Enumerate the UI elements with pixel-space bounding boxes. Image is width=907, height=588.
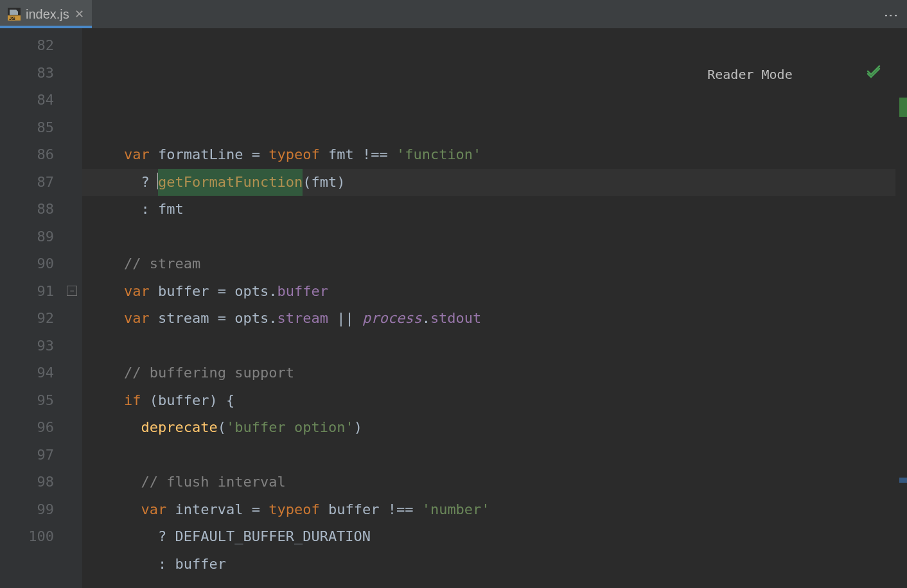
- line-number-gutter: 828384858687888990919293949596979899100: [0, 28, 62, 588]
- editor-overlay: Reader Mode: [707, 33, 881, 116]
- reader-mode-label[interactable]: Reader Mode: [707, 61, 792, 89]
- inspection-ok-icon[interactable]: [804, 33, 881, 116]
- line-number: 90: [0, 250, 62, 278]
- editor-tab[interactable]: JS index.js ✕: [0, 0, 92, 28]
- line-number: 97: [0, 442, 62, 469]
- code-line[interactable]: // flush interval: [82, 469, 907, 496]
- code-line[interactable]: : fmt: [82, 196, 907, 223]
- code-line[interactable]: : buffer: [82, 551, 907, 578]
- line-number: 100: [0, 523, 62, 551]
- line-number: 91: [0, 278, 62, 306]
- line-number: 88: [0, 196, 62, 223]
- code-line[interactable]: // stream: [82, 250, 907, 278]
- scrollbar[interactable]: [895, 28, 907, 588]
- fold-gutter: −: [62, 28, 82, 588]
- code-line[interactable]: ? getFormatFunction(fmt): [82, 169, 907, 196]
- line-number: 94: [0, 359, 62, 387]
- editor-area: 828384858687888990919293949596979899100 …: [0, 28, 907, 588]
- code-line[interactable]: deprecate('buffer option'): [82, 414, 907, 442]
- code-line[interactable]: var interval = typeof buffer !== 'number…: [82, 496, 907, 524]
- svg-text:JS: JS: [9, 15, 15, 21]
- tab-filename: index.js: [26, 7, 69, 22]
- line-number: 87: [0, 169, 62, 196]
- line-number: 85: [0, 114, 62, 142]
- code-line[interactable]: [82, 223, 907, 251]
- fold-icon[interactable]: −: [67, 286, 77, 296]
- line-number: 82: [0, 32, 62, 60]
- line-number: 98: [0, 469, 62, 496]
- js-file-icon: JS: [8, 8, 21, 21]
- code-line[interactable]: var stream = opts.stream || process.stdo…: [82, 305, 907, 333]
- code-line[interactable]: [82, 442, 907, 469]
- line-number: 93: [0, 333, 62, 360]
- line-number: 96: [0, 414, 62, 442]
- code-line[interactable]: var formatLine = typeof fmt !== 'functio…: [82, 141, 907, 169]
- line-number: 99: [0, 496, 62, 524]
- scroll-marker: [899, 478, 907, 483]
- code-line[interactable]: [82, 333, 907, 360]
- line-number: 89: [0, 223, 62, 251]
- code-line[interactable]: var buffer = opts.buffer: [82, 278, 907, 306]
- code-line[interactable]: [82, 578, 907, 588]
- scroll-marker: [899, 98, 907, 117]
- code-area[interactable]: Reader Mode var formatLine = typeof fmt …: [82, 28, 907, 588]
- line-number: 86: [0, 141, 62, 169]
- line-number: 92: [0, 305, 62, 333]
- line-number: 84: [0, 87, 62, 114]
- code-line[interactable]: ? DEFAULT_BUFFER_DURATION: [82, 523, 907, 551]
- tab-bar: JS index.js ✕ ⋮: [0, 0, 907, 28]
- line-number: 95: [0, 387, 62, 415]
- code-line[interactable]: if (buffer) {: [82, 387, 907, 415]
- close-icon[interactable]: ✕: [75, 7, 84, 21]
- code-line[interactable]: // buffering support: [82, 359, 907, 387]
- more-icon[interactable]: ⋮: [875, 8, 907, 20]
- line-number: 83: [0, 60, 62, 87]
